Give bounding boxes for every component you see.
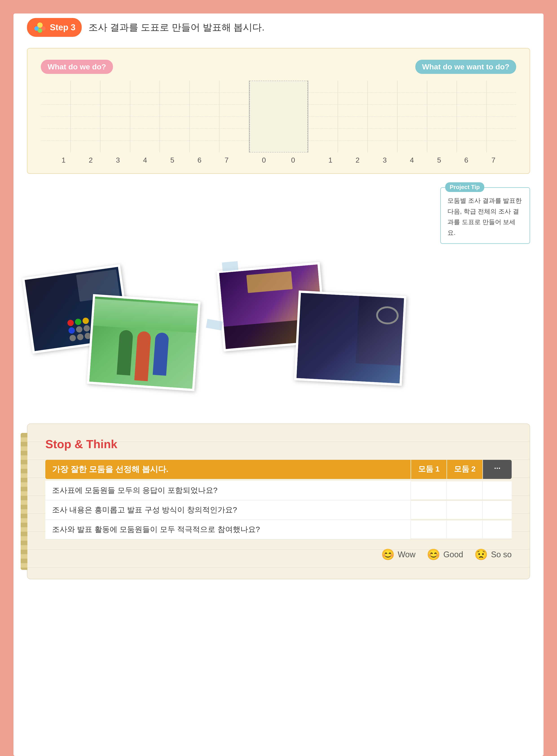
good-emoji: 😊 xyxy=(427,548,440,561)
feedback-row: 😊 Wow 😊 Good 😟 So so xyxy=(46,548,511,561)
step-header: Step 3 조사 결과를 도표로 만들어 발표해 봅시다. xyxy=(27,18,530,37)
good-label: Good xyxy=(443,550,463,559)
table-row: 조사와 발표 활동에 모둠원들이 모두 적극적으로 참여했나요? xyxy=(46,520,511,539)
stop-think-title: Stop & Think xyxy=(46,437,511,451)
step-badge-label: Step 3 xyxy=(50,23,76,32)
cell-row1-col1[interactable] xyxy=(411,482,446,499)
photo-collage xyxy=(27,253,530,406)
feedback-wow: 😊 Wow xyxy=(381,548,416,561)
svg-point-3 xyxy=(38,28,42,33)
stop-think-col3-header: ··· xyxy=(482,460,511,479)
photo-headphones xyxy=(294,291,406,386)
chart-half-left xyxy=(41,81,250,152)
table-row: 조사표에 모둠원들 모두의 응답이 포함되었나요? xyxy=(46,481,511,500)
question-3: 조사와 발표 활동에 모둠원들이 모두 적극적으로 참여했나요? xyxy=(46,520,411,539)
soso-label: So so xyxy=(491,550,511,559)
stop-think-main-question: 가장 잘한 모둠을 선정해 봅시다. xyxy=(46,460,411,479)
chart-labels: What do we do? What do we want to do? xyxy=(41,60,516,74)
cell-row2-col2[interactable] xyxy=(446,501,482,519)
wow-label: Wow xyxy=(398,550,416,559)
notebook-binding xyxy=(21,433,27,570)
chart-half-right xyxy=(308,81,516,152)
step-icon xyxy=(33,21,47,34)
chart-center xyxy=(250,81,308,152)
chart-right-label: What do we want to do? xyxy=(415,60,516,74)
cell-row2-col1[interactable] xyxy=(411,501,446,519)
step-instruction: 조사 결과를 도표로 만들어 발표해 봅시다. xyxy=(88,21,264,34)
cell-row3-col2[interactable] xyxy=(446,520,482,539)
chart-container: What do we do? What do we want to do? xyxy=(27,48,530,174)
stop-think-header: 가장 잘한 모둠을 선정해 봅시다. 모둠 1 모둠 2 ··· xyxy=(46,460,511,479)
cell-row2-col3[interactable] xyxy=(482,501,511,519)
table-row: 조사 내용은 흥미롭고 발표 구성 방식이 창의적인가요? xyxy=(46,500,511,520)
cell-row3-col3[interactable] xyxy=(482,520,511,539)
project-tip-text: 모둠별 조사 결과를 발표한 다음, 학급 전체의 조사 결과를 도표로 만들어… xyxy=(447,195,523,238)
project-tip-area: Project Tip 모둠별 조사 결과를 발표한 다음, 학급 전체의 조사… xyxy=(27,187,530,244)
tape-decoration-1 xyxy=(222,261,238,271)
step-badge: Step 3 xyxy=(27,18,82,37)
project-tip-badge: Project Tip xyxy=(445,182,484,192)
cell-row1-col3[interactable] xyxy=(482,482,511,499)
feedback-soso: 😟 So so xyxy=(474,548,511,561)
stop-think-section: Stop & Think 가장 잘한 모둠을 선정해 봅시다. 모둠 1 모둠 … xyxy=(27,424,530,579)
tape-decoration-2 xyxy=(206,319,223,331)
wow-emoji: 😊 xyxy=(381,548,395,561)
chart-graph xyxy=(41,81,516,152)
photo-kids-skating xyxy=(87,294,201,391)
cell-row3-col1[interactable] xyxy=(411,520,446,539)
question-2: 조사 내용은 흥미롭고 발표 구성 방식이 창의적인가요? xyxy=(46,500,411,520)
chart-left-label: What do we do? xyxy=(41,60,113,74)
question-1: 조사표에 모둠원들 모두의 응답이 포함되었나요? xyxy=(46,481,411,500)
soso-emoji: 😟 xyxy=(474,548,488,561)
stop-think-col2-header: 모둠 2 xyxy=(446,460,482,479)
project-tip-box: Project Tip 모둠별 조사 결과를 발표한 다음, 학급 전체의 조사… xyxy=(440,187,530,244)
stop-think-col1-header: 모둠 1 xyxy=(411,460,446,479)
cell-row1-col2[interactable] xyxy=(446,482,482,499)
axis-numbers: 7 6 5 4 3 2 1 0 0 1 2 3 4 5 6 7 xyxy=(41,152,516,164)
feedback-good: 😊 Good xyxy=(427,548,463,561)
